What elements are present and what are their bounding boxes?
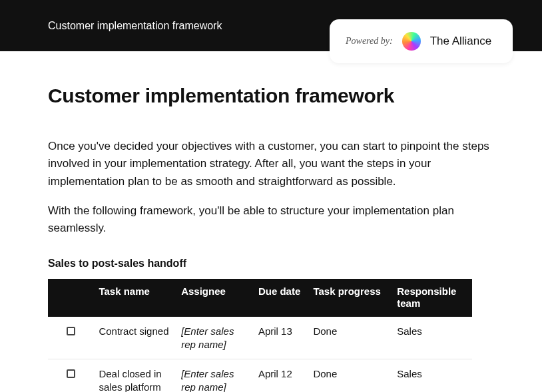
table-row: Deal closed in sales platform [Enter sal… — [48, 359, 472, 392]
cell-progress: Done — [308, 317, 392, 359]
cell-due: April 13 — [253, 317, 308, 359]
col-header-assignee: Assignee — [176, 279, 253, 317]
cell-team: Sales — [392, 317, 472, 359]
cell-task: Contract signed — [93, 317, 176, 359]
cell-team: Sales — [392, 359, 472, 392]
intro-section: Once you've decided your objectives with… — [48, 138, 494, 238]
handoff-table: Task name Assignee Due date Task progres… — [48, 279, 472, 392]
cell-assignee: [Enter sales rep name] — [176, 317, 253, 359]
checkbox-icon[interactable] — [67, 327, 75, 335]
col-header-progress: Task progress — [308, 279, 392, 317]
document-content: Customer implementation framework Once y… — [0, 51, 542, 392]
section-heading: Sales to post-sales handoff — [48, 258, 494, 270]
topbar: Customer implementation framework Powere… — [0, 0, 542, 51]
cell-due: April 12 — [253, 359, 308, 392]
col-header-checkbox — [48, 279, 93, 317]
col-header-due: Due date — [253, 279, 308, 317]
powered-by-label: Powered by: — [346, 36, 393, 47]
col-header-team: Responsible team — [392, 279, 472, 317]
cell-task: Deal closed in sales platform — [93, 359, 176, 392]
cell-progress: Done — [308, 359, 392, 392]
intro-paragraph-2: With the following framework, you'll be … — [48, 202, 494, 238]
topbar-title: Customer implementation framework — [48, 20, 222, 32]
cell-assignee: [Enter sales rep name] — [176, 359, 253, 392]
powered-by-card: Powered by: The Alliance — [330, 19, 513, 63]
table-row: Contract signed [Enter sales rep name] A… — [48, 317, 472, 359]
checkbox-icon[interactable] — [67, 369, 75, 378]
checkbox-cell[interactable] — [48, 317, 93, 359]
intro-paragraph-1: Once you've decided your objectives with… — [48, 138, 494, 190]
checkbox-cell[interactable] — [48, 359, 93, 392]
alliance-brand-name: The Alliance — [430, 35, 492, 48]
alliance-logo-icon — [402, 32, 421, 51]
table-header-row: Task name Assignee Due date Task progres… — [48, 279, 472, 317]
col-header-task: Task name — [93, 279, 176, 317]
page-title: Customer implementation framework — [48, 85, 494, 107]
